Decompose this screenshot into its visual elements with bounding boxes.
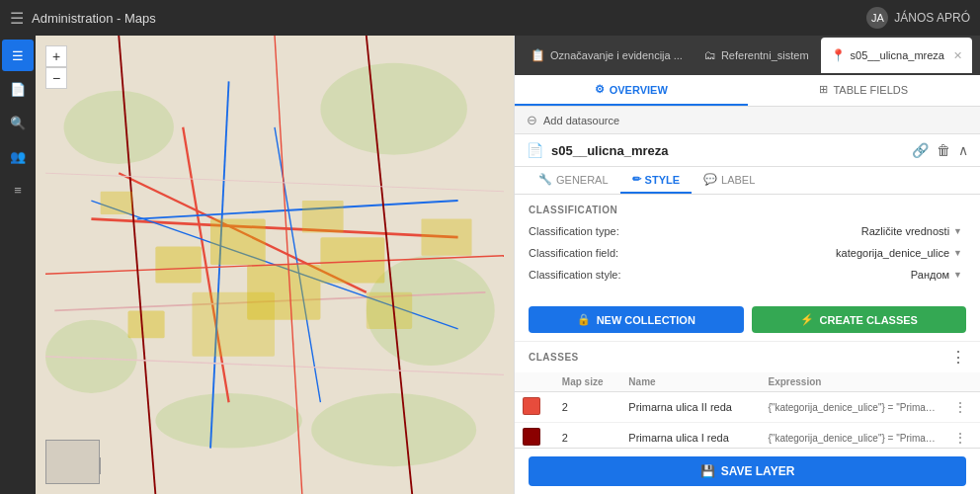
save-icon: 💾 — [700, 464, 715, 478]
classes-table-head: Map size Name Expression — [515, 372, 980, 392]
svg-line-26 — [275, 36, 302, 494]
class-expression-cell: {"kategorija_denice_ulice"} = "Primarna … — [761, 392, 945, 423]
user-name: JÁNOS APRÓ — [894, 11, 970, 25]
zoom-in-button[interactable]: + — [45, 45, 67, 67]
classification-style-value: Рандом ▼ — [667, 267, 966, 283]
svg-rect-16 — [247, 265, 320, 320]
classification-type-select[interactable]: Različite vrednosti ▼ — [858, 223, 966, 239]
sub-tab-overview[interactable]: ⚙ OVERVIEW — [515, 75, 748, 106]
layer-header: 📄 s05__ulicna_mreza 🔗 🗑 ∧ — [515, 134, 980, 167]
layer-tabs: 🔧 GENERAL ✏ STYLE 💬 LABEL — [515, 167, 980, 195]
classification-style-text: Рандом — [911, 269, 949, 281]
class-mapsize-cell: 2 — [554, 392, 621, 423]
svg-rect-18 — [320, 237, 384, 283]
new-collection-button[interactable]: 🔒 NEW COLLECTION — [529, 306, 744, 333]
classes-menu-button[interactable]: ⋮ — [950, 348, 966, 367]
tablefields-grid-icon: ⊞ — [819, 83, 828, 96]
sidebar-icon-file[interactable]: 📄 — [2, 73, 34, 105]
class-row-menu-button[interactable]: ⋮ — [953, 399, 967, 415]
layer-delete-button[interactable]: 🗑 — [937, 142, 950, 158]
classification-title: CLASSIFICATION — [529, 205, 966, 215]
sidebar-icon-list[interactable]: ≡ — [2, 174, 34, 206]
svg-rect-20 — [128, 310, 165, 338]
panel-tab-referentni[interactable]: 🗂 Referentni_sistem — [694, 38, 819, 73]
color-swatch[interactable] — [523, 428, 540, 446]
svg-line-13 — [275, 127, 320, 402]
classification-field-arrow-icon: ▼ — [953, 248, 962, 258]
svg-rect-21 — [367, 292, 412, 329]
class-row-menu-button[interactable]: ⋮ — [953, 430, 967, 446]
lock-icon: 🔒 — [577, 313, 591, 326]
col-name: Name — [620, 372, 760, 392]
zoom-out-button[interactable]: − — [45, 67, 67, 89]
svg-line-27 — [45, 173, 504, 192]
layer-tab-label[interactable]: 💬 LABEL — [692, 167, 767, 194]
col-color — [515, 372, 554, 392]
layer-tab-general[interactable]: 🔧 GENERAL — [527, 167, 620, 194]
col-actions — [945, 372, 980, 392]
svg-line-23 — [119, 36, 155, 494]
svg-rect-0 — [45, 36, 504, 494]
classification-style-select[interactable]: Рандом ▼ — [907, 267, 966, 283]
create-classes-button[interactable]: ⚡ CREATE CLASSES — [752, 306, 967, 333]
sub-tab-tablefields[interactable]: ⊞ TABLE FIELDS — [748, 75, 981, 106]
svg-point-4 — [45, 320, 137, 393]
add-datasource-row[interactable]: ⊖ Add datasource — [515, 107, 980, 134]
layer-link-button[interactable]: 🔗 — [912, 142, 929, 158]
tab-referentni-icon: 🗂 — [704, 48, 716, 62]
svg-point-5 — [155, 393, 301, 449]
save-layer-button[interactable]: 💾 SAVE LAYER — [529, 456, 966, 486]
sidebar-icon-people[interactable]: 👥 — [2, 140, 34, 172]
svg-rect-15 — [210, 219, 266, 265]
classification-style-row: Classification style: Рандом ▼ — [529, 267, 966, 283]
style-pencil-icon: ✏ — [632, 173, 641, 186]
class-row-menu-cell[interactable]: ⋮ — [945, 392, 980, 423]
general-wrench-icon: 🔧 — [538, 173, 552, 186]
panel-tab-oznacavanje[interactable]: 📋 Označavanje i evidencija ... — [521, 38, 693, 73]
svg-rect-30 — [421, 219, 471, 256]
panel-tab-ulicna[interactable]: 📍 s05__ulicna_mreza ✕ — [821, 38, 972, 73]
sidebar-icon-search[interactable]: 🔍 — [2, 107, 34, 138]
classification-field-value: kategorija_denice_ulice ▼ — [667, 245, 966, 261]
tab-ulicna-icon: 📍 — [831, 48, 846, 62]
classification-type-arrow-icon: ▼ — [953, 226, 962, 236]
panel-tabs-bar: 📋 Označavanje i evidencija ... 🗂 Referen… — [515, 36, 980, 75]
class-expression-cell: {"kategorija_denice_ulice"} = "Primarna … — [761, 423, 945, 449]
layer-tab-style-label: STYLE — [645, 174, 680, 186]
classification-type-text: Različite vrednosti — [861, 225, 949, 237]
svg-rect-19 — [192, 292, 275, 357]
hamburger-icon[interactable]: ☰ — [10, 9, 24, 28]
layer-actions: 🔗 🗑 ∧ — [912, 142, 968, 158]
svg-rect-29 — [302, 201, 344, 232]
new-collection-label: NEW COLLECTION — [597, 314, 695, 326]
app-title: Administration - Maps — [32, 11, 858, 26]
svg-point-2 — [320, 63, 466, 155]
class-mapsize-cell: 2 — [554, 423, 621, 449]
action-buttons: 🔒 NEW COLLECTION ⚡ CREATE CLASSES — [515, 298, 980, 341]
map-area[interactable]: + − 2 km — [36, 36, 514, 494]
class-row-menu-cell[interactable]: ⋮ — [945, 423, 980, 449]
layer-tab-style[interactable]: ✏ STYLE — [620, 167, 692, 194]
tab-oznacavanje-icon: 📋 — [531, 48, 545, 62]
col-mapsize: Map size — [554, 372, 621, 392]
panel-tab-referentni-label: Referentni_sistem — [721, 49, 809, 61]
panel-tab-close-button[interactable]: ✕ — [953, 49, 962, 62]
map-overview — [45, 440, 100, 484]
classification-type-row: Classification type: Različite vrednosti… — [529, 223, 966, 239]
color-swatch[interactable] — [523, 397, 540, 415]
class-color-cell[interactable] — [515, 423, 554, 449]
classification-type-value: Različite vrednosti ▼ — [667, 223, 966, 239]
svg-line-22 — [45, 256, 504, 275]
layer-collapse-button[interactable]: ∧ — [958, 142, 968, 158]
sidebar-icon-layers[interactable]: ☰ — [2, 40, 34, 71]
overview-gear-icon: ⚙ — [595, 83, 605, 96]
classes-table-header-row: Map size Name Expression — [515, 372, 980, 392]
user-info: JA JÁNOS APRÓ — [866, 7, 970, 29]
panel-tab-ulicna-label: s05__ulicna_mreza — [851, 49, 944, 61]
class-color-cell[interactable] — [515, 392, 554, 423]
sub-tab-tablefields-label: TABLE FIELDS — [833, 84, 908, 96]
panel-nav-prev-button[interactable]: ‹ — [974, 43, 980, 67]
classification-field-select[interactable]: kategorija_denice_ulice ▼ — [832, 245, 966, 261]
main-layout: ☰ 📄 🔍 👥 ≡ — [0, 36, 980, 494]
sub-tab-overview-label: OVERVIEW — [610, 84, 668, 96]
